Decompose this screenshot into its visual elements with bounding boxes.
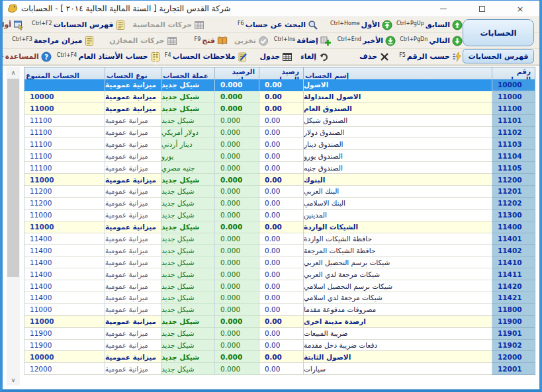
cell-account-name: سيارات (303, 363, 492, 375)
toolbar-row-1: السابقCtrl+PgUpالأولCtrl+Homeالبحث عن حس… (3, 17, 539, 33)
cell-parent-account: 11900 (24, 340, 105, 352)
scrollbar-thumb[interactable] (7, 79, 19, 277)
cell-account-type: ميزانية عمومية (105, 363, 161, 375)
table-scrollbar[interactable]: ∧ ∨ (7, 67, 20, 385)
cell-account-name: الصندوق يورو (303, 150, 492, 162)
toolbar-item-open[interactable]: فتحF9 (195, 36, 228, 46)
cell-account-name: الشيكات الواردة (303, 221, 492, 233)
toolbar-item-table[interactable]: جدول (260, 52, 293, 62)
table-row[interactable]: 11102الصندوق دولار0.000.000دولار أمريكيم… (24, 127, 535, 139)
table-row[interactable]: 11202البنك الاسلامي0.000.000شيكل جديدميز… (24, 198, 535, 210)
cell-account-balance: 0.00 (259, 304, 303, 316)
save-icon (258, 36, 269, 46)
table-row[interactable]: 10000الاصول0.000.000شيكل جديدميزانية عمو… (24, 79, 535, 91)
table-row[interactable]: 11000الاصول المتداولة0.000.000شيكل جديدم… (24, 91, 535, 103)
cell-parent-account: 11200 (24, 198, 105, 210)
cell-account-type: ميزانية عمومية (105, 245, 161, 256)
table-row[interactable]: 11900ارصدة مدينة اخرى0.000.000شيكل جديدم… (24, 316, 535, 328)
cell-account-name: الاصول الثابتة (303, 351, 492, 363)
cell-account-currency: شيكل جديد (161, 363, 214, 375)
toolbar-item-general-ledger[interactable]: حساب الأستاذ العامCtrl+F4 (57, 52, 161, 62)
toolbar-separator (155, 35, 156, 65)
close-button[interactable]: × (501, 1, 539, 17)
toolbar-item-by-number[interactable]: حسب الرقمF5 (399, 52, 463, 62)
scroll-up-button[interactable]: ∧ (7, 67, 20, 78)
toolbar-item-account-notes[interactable]: ملاحظات الحسابF4 (165, 52, 248, 62)
cell-balance-in-currency: 0.000 (214, 138, 259, 150)
table-row[interactable]: 11901ضريبة المبيعات0.000.000شيكل جديدميز… (24, 328, 535, 340)
toolbar-item-previous[interactable]: السابقCtrl+PgUp (396, 20, 463, 30)
cell-parent-account: 11100 (24, 138, 105, 150)
cell-account-number: 11105 (492, 162, 535, 174)
table-row[interactable]: 11420شيكات برسم التحصيل اسلامي0.000.000ش… (24, 280, 535, 292)
table-row[interactable]: 11105الصندوق جنيه0.000.000جنيه مصريميزان… (24, 162, 535, 174)
toolbar-item-cancel[interactable]: إلغاء (300, 52, 329, 62)
toolbar-item-first[interactable]: الأولCtrl+Home (330, 20, 392, 30)
table-row[interactable]: 11103الصندوق دينار0.000.000دينار أردنيمي… (24, 138, 535, 150)
cell-account-balance: 0.00 (259, 127, 303, 139)
table-row[interactable]: 11200البنوك0.000.000شيكل جديدميزانية عمو… (24, 174, 535, 186)
open-icon (217, 36, 228, 46)
cell-parent-account: 11400 (24, 256, 105, 268)
help-icon: ? (41, 52, 52, 62)
toolbar-item-other-commands[interactable]: أوامر أخرىF7 (0, 20, 24, 30)
cell-account-type: ميزانية عمومية (105, 79, 161, 91)
table-row[interactable]: 11402حافظة الشيكات المرجعة0.000.000شيكل … (24, 245, 535, 256)
cell-account-type: ميزانية عمومية (105, 162, 161, 174)
table-row[interactable]: 11104الصندوق يورو0.000.000يوروميزانية عم… (24, 150, 535, 162)
toolbar-item-trial-balance[interactable]: ميزان مراجعةCtrl+F3 (12, 36, 95, 46)
toolbar-item-delete[interactable]: حذف (359, 52, 390, 62)
table-row[interactable]: 11800مصروفات مدفوعة مقدما0.000.000شيكل ج… (24, 304, 535, 316)
nav-last-icon (385, 36, 396, 46)
table-row[interactable]: 11201البنك العربي0.000.000شيكل جديدميزان… (24, 186, 535, 198)
table-row[interactable]: 11101الصندوق شيكل0.000.000شيكل جديدميزان… (24, 115, 535, 127)
scroll-down-button[interactable]: ∨ (7, 374, 20, 385)
maximize-button[interactable] (463, 1, 501, 17)
note-icon (115, 20, 126, 30)
table-row[interactable]: 11411شيكات مرجعة لدي العربي0.000.000شيكل… (24, 268, 535, 280)
cell-account-balance: 0.00 (259, 221, 303, 233)
cell-balance-in-currency: 0.000 (214, 91, 259, 103)
grid-icon (282, 52, 293, 62)
cell-account-balance: 0.00 (259, 115, 303, 127)
accounts-index-button[interactable]: فهرس الحسابات (463, 49, 534, 63)
toolbar-item-last[interactable]: الأخيرCtrl+End (338, 36, 396, 46)
cell-parent-account: 11000 (24, 221, 105, 233)
cell-account-currency: شيكل جديد (161, 210, 214, 221)
table-row[interactable]: 11410شيكات برسم التحصيل العربي0.000.000ش… (24, 256, 535, 268)
table-row[interactable]: 11400الشيكات الواردة0.000.000شيكل جديدمي… (24, 221, 535, 233)
cell-account-balance: 0.00 (259, 245, 303, 256)
app-logo-icon (7, 3, 19, 15)
toolbar-item-search-account[interactable]: البحث عن حسابF6 (238, 20, 318, 30)
cell-account-type: ميزانية عمومية (105, 150, 161, 162)
cell-parent-account: 11900 (24, 328, 105, 340)
cell-account-balance: 0.00 (259, 268, 303, 280)
toolbar-item-add[interactable]: إضافةCtrl+Ins (274, 36, 331, 46)
shortcut-hint: Ctrl+F3 (12, 36, 32, 42)
cell-account-currency: شيكل جديد (161, 268, 214, 280)
cell-account-name: شيكات مرجعة لدي العربي (303, 268, 492, 280)
table-row[interactable]: 11300المدينين0.000.000شيكل جديدميزانية ع… (24, 210, 535, 221)
toolbar-item-accounts-index-cmd[interactable]: فهرس الحساباتCtrl+F2 (32, 20, 126, 30)
shortcut-hint: Ctrl+Ins (274, 36, 296, 42)
minimize-button[interactable] (424, 1, 463, 17)
cell-account-currency: شيكل جديد (161, 256, 214, 268)
table-row[interactable]: 12000الاصول الثابتة0.000.000شيكل جديدميز… (24, 351, 535, 363)
toolbar-item-help[interactable]: ?المساعدةF1 (0, 52, 52, 62)
table-row[interactable]: 11421شيكات مرجعة لدي اسلامي0.000.000شيكل… (24, 292, 535, 304)
cell-account-currency: شيكل جديد (161, 280, 214, 292)
cell-account-name: حافظة الشيكات الواردة (303, 233, 492, 245)
accounts-button[interactable]: الحسابات (463, 19, 534, 46)
table-row[interactable]: 12001سيارات0.000.000شيكل جديدميزانية عمو… (24, 363, 535, 375)
toolbar-item-label: المساعدة (5, 52, 39, 61)
cell-account-number: 10000 (492, 79, 535, 91)
table-row[interactable]: 11100الصندوق العام0.000.000شيكل جديدميزا… (24, 103, 535, 115)
table-row[interactable]: 11902دفعات ضريبة دخل مقدمة0.000.000شيكل … (24, 340, 535, 352)
cell-account-type: ميزانية عمومية (105, 316, 161, 328)
cell-account-balance: 0.00 (259, 186, 303, 198)
cell-account-balance: 0.00 (259, 150, 303, 162)
nav-first-icon (382, 20, 392, 30)
toolbar-item-next[interactable]: التاليCtrl+PgDn (400, 36, 463, 46)
table-row[interactable]: 11401حافظة الشيكات الواردة0.000.000شيكل … (24, 233, 535, 245)
table-header-row: رقم الحسابإسم الحسابرصيد الحسابالرصيد بع… (24, 67, 535, 79)
